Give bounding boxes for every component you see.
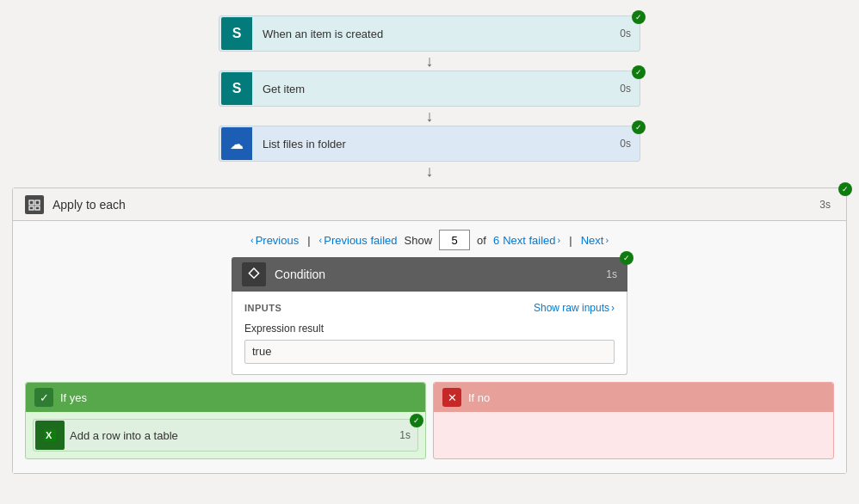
branch-no-icon: ✕	[442, 388, 461, 407]
svg-rect-3	[35, 206, 40, 210]
pagination-bar: ‹ Previous | ‹ Previous failed Show of 6…	[13, 221, 846, 257]
branch-yes-header[interactable]: ✓ If yes	[26, 383, 425, 412]
chevron-left-icon: ‹	[250, 235, 254, 245]
step-time-3: 0s	[620, 138, 640, 150]
chevron-right-icon-1: ›	[558, 235, 561, 245]
total-pages: 6	[493, 234, 499, 247]
apply-each-header[interactable]: Apply to each 3s	[13, 188, 846, 221]
branch-yes-icon: ✓	[34, 388, 53, 407]
chevron-left-icon-2: ‹	[319, 235, 323, 245]
excel-icon: X	[35, 421, 65, 450]
apply-check: ✓	[838, 182, 852, 196]
step-get-item[interactable]: S Get item 0s ✓	[219, 71, 640, 107]
condition-block: Condition 1s ✓ INPUTS Show raw inputs › …	[232, 257, 627, 375]
condition-icon	[242, 262, 266, 286]
add-row-step[interactable]: X Add a row into a table 1s ✓	[33, 419, 418, 452]
step-label-2: Get item	[254, 83, 620, 95]
add-row-label: Add a row into a table	[70, 429, 399, 442]
sharepoint-icon-2: S	[221, 72, 252, 105]
page-input[interactable]	[439, 230, 470, 250]
svg-rect-0	[29, 200, 34, 205]
branch-no-body	[434, 412, 833, 446]
step-when-item-created[interactable]: S When an item is created 0s ✓	[219, 15, 640, 52]
branch-yes-title: If yes	[60, 391, 87, 404]
expression-label: Expression result	[244, 323, 615, 335]
next-button[interactable]: Next ›	[581, 234, 609, 247]
next-failed-button[interactable]: Next failed ›	[503, 234, 560, 247]
apply-each-title: Apply to each	[53, 198, 819, 212]
sharepoint-icon-1: S	[221, 17, 252, 50]
step-time-2: 0s	[620, 83, 640, 95]
condition-check: ✓	[620, 251, 633, 265]
svg-rect-1	[35, 200, 40, 205]
branch-no: ✕ If no	[433, 382, 834, 459]
branch-yes: ✓ If yes X Add a row into a table	[25, 382, 426, 459]
onedrive-icon: ☁	[221, 127, 252, 160]
apply-each-icon	[25, 195, 44, 214]
step-label-1: When an item is created	[254, 28, 620, 40]
show-label: Show	[405, 234, 433, 247]
previous-button[interactable]: ‹ Previous	[250, 234, 299, 247]
apply-each-container: Apply to each 3s ✓ ‹ Previous | ‹ Previo…	[12, 187, 847, 474]
previous-failed-button[interactable]: ‹ Previous failed	[319, 234, 398, 247]
arrow-1: ↓	[219, 52, 640, 71]
inputs-label: INPUTS	[244, 303, 281, 313]
arrow-3: ↓	[219, 162, 640, 181]
add-row-check: ✓	[410, 414, 423, 427]
svg-text:X: X	[46, 430, 53, 440]
arrow-2: ↓	[219, 107, 640, 126]
step-check-2: ✓	[632, 65, 646, 79]
svg-rect-2	[29, 206, 34, 210]
branch-no-title: If no	[468, 391, 490, 404]
step-list-files[interactable]: ☁ List files in folder 0s ✓	[219, 126, 640, 162]
condition-header[interactable]: Condition 1s ✓	[232, 257, 627, 292]
chevron-right-icon-2: ›	[605, 235, 609, 245]
branch-no-header[interactable]: ✕ If no	[434, 383, 833, 412]
svg-rect-4	[249, 268, 258, 278]
apply-each-body: ‹ Previous | ‹ Previous failed Show of 6…	[13, 221, 846, 473]
condition-title: Condition	[275, 267, 606, 281]
condition-time: 1s	[606, 268, 617, 280]
step-check-1: ✓	[632, 10, 646, 24]
add-row-time: 1s	[399, 429, 417, 441]
inputs-header: INPUTS Show raw inputs ›	[244, 302, 615, 314]
show-raw-inputs-button[interactable]: Show raw inputs ›	[534, 302, 615, 314]
branch-yes-body: X Add a row into a table 1s ✓	[26, 412, 425, 458]
branches-container: ✓ If yes X Add a row into a table	[13, 375, 846, 463]
chevron-right-icon-raw: ›	[611, 302, 615, 314]
step-check-3: ✓	[632, 120, 646, 134]
condition-body: INPUTS Show raw inputs › Expression resu…	[232, 292, 627, 375]
expression-value: true	[244, 340, 615, 364]
step-time-1: 0s	[620, 28, 640, 40]
of-text: of	[477, 234, 486, 247]
apply-each-time: 3s	[819, 199, 831, 211]
step-label-3: List files in folder	[254, 138, 620, 151]
